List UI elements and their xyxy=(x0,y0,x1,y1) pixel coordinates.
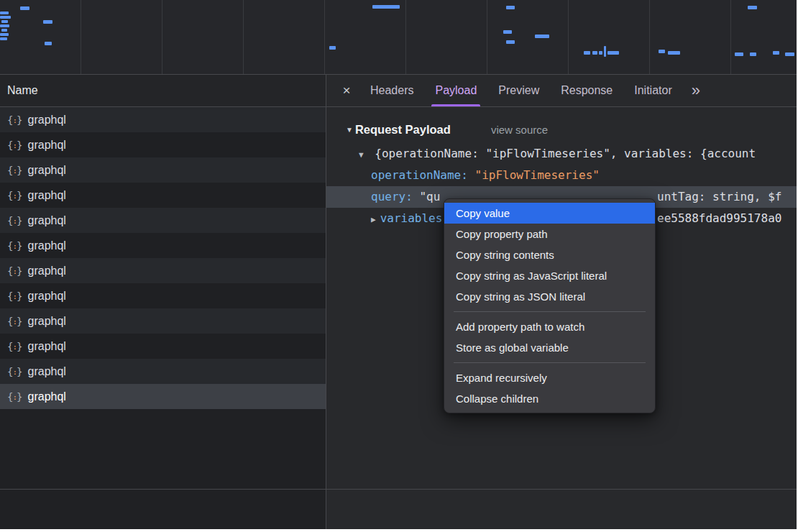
timeline-request-bar xyxy=(607,51,619,55)
tab-initiator[interactable]: Initiator xyxy=(623,75,682,106)
timeline-request-bar xyxy=(584,51,590,55)
request-name-label: graphql xyxy=(28,315,66,328)
timeline-request-bar xyxy=(0,33,9,36)
timeline-request-bar xyxy=(0,37,7,40)
detail-tabs: HeadersPayloadPreviewResponseInitiator xyxy=(359,75,683,106)
menu-separator xyxy=(454,362,646,363)
tab-headers[interactable]: Headers xyxy=(359,75,424,106)
tree-root-row[interactable]: ▼ {operationName: "ipFlowTimeseries", va… xyxy=(326,143,797,165)
json-braces-icon: {∶} xyxy=(7,240,22,252)
timeline-request-bar xyxy=(20,6,29,10)
network-request-row[interactable]: {∶}graphql xyxy=(0,334,326,359)
request-name-label: graphql xyxy=(28,365,66,378)
menu-item-copy-string-as-javascript-literal[interactable]: Copy string as JavaScript literal xyxy=(444,265,655,286)
tree-row-operation-name[interactable]: operationName: "ipFlowTimeseries" xyxy=(326,165,797,186)
name-header-label: Name xyxy=(7,84,38,97)
menu-item-collapse-children[interactable]: Collapse children xyxy=(444,388,655,409)
menu-item-copy-value[interactable]: Copy value xyxy=(444,203,655,224)
property-key: operationName: xyxy=(371,168,468,182)
devtools-window: Name {∶}graphql{∶}graphql{∶}graphql{∶}gr… xyxy=(0,0,797,529)
menu-item-copy-string-contents[interactable]: Copy string contents xyxy=(444,244,655,265)
menu-separator xyxy=(454,311,646,312)
timeline-request-bar xyxy=(43,20,52,24)
menu-item-add-property-path-to-watch[interactable]: Add property path to watch xyxy=(444,316,655,337)
menu-item-expand-recursively[interactable]: Expand recursively xyxy=(444,367,655,388)
json-braces-icon: {∶} xyxy=(7,215,22,226)
json-braces-icon: {∶} xyxy=(7,290,22,302)
json-braces-icon: {∶} xyxy=(7,190,22,201)
context-menu: Copy valueCopy property pathCopy string … xyxy=(444,198,656,413)
timeline-request-bar xyxy=(506,40,515,44)
network-request-row[interactable]: {∶}graphql xyxy=(0,384,326,409)
property-value-right: ee5588fdad995178a0 xyxy=(657,208,781,229)
timeline-request-bar xyxy=(503,30,512,34)
menu-item-copy-string-as-json-literal[interactable]: Copy string as JSON literal xyxy=(444,286,655,307)
timeline-request-bar xyxy=(506,6,515,9)
property-value: "ipFlowTimeseries" xyxy=(475,168,600,182)
network-request-row[interactable]: {∶}graphql xyxy=(0,308,326,334)
timeline-request-bar xyxy=(372,5,400,9)
section-title: Request Payload xyxy=(355,123,451,137)
name-column-header[interactable]: Name xyxy=(0,75,326,107)
menu-item-store-as-global-variable[interactable]: Store as global variable xyxy=(444,337,655,358)
network-request-row[interactable]: {∶}graphql xyxy=(0,233,326,258)
network-request-row[interactable]: {∶}graphql xyxy=(0,157,326,183)
tab-response[interactable]: Response xyxy=(550,75,623,106)
root-preview-text: {operationName: "ipFlowTimeseries", vari… xyxy=(375,147,756,160)
request-name-label: graphql xyxy=(28,390,66,403)
footer-divider xyxy=(0,489,797,490)
json-braces-icon: {∶} xyxy=(7,341,22,352)
collapsed-arrow-icon[interactable]: ▶ xyxy=(371,215,376,224)
timeline-request-bar xyxy=(735,52,743,56)
json-braces-icon: {∶} xyxy=(7,265,22,277)
request-name-label: graphql xyxy=(28,139,66,152)
json-braces-icon: {∶} xyxy=(7,114,22,126)
close-detail-icon[interactable]: × xyxy=(334,83,359,98)
network-panel-body: Name {∶}graphql{∶}graphql{∶}graphql{∶}gr… xyxy=(0,75,797,529)
request-name-label: graphql xyxy=(28,114,66,127)
expand-arrow-icon[interactable]: ▼ xyxy=(359,150,364,160)
json-braces-icon: {∶} xyxy=(7,165,22,176)
payload-section-header: ▼ Request Payload view source xyxy=(326,119,797,140)
network-request-row[interactable]: {∶}graphql xyxy=(0,107,326,132)
timeline-request-bar xyxy=(1,29,7,32)
property-value-right: untTag: string, $f xyxy=(657,186,781,208)
timeline-request-bar xyxy=(45,42,52,45)
timeline-request-bar xyxy=(535,35,549,38)
json-braces-icon: {∶} xyxy=(7,366,22,377)
tab-preview[interactable]: Preview xyxy=(487,75,550,106)
property-key: variables xyxy=(380,211,443,225)
network-request-row[interactable]: {∶}graphql xyxy=(0,132,326,157)
timeline-request-bar xyxy=(748,6,757,9)
detail-tab-strip: × HeadersPayloadPreviewResponseInitiator… xyxy=(326,75,797,107)
timeline-request-bar xyxy=(0,16,11,19)
timeline-request-bar xyxy=(773,51,779,55)
menu-item-copy-property-path[interactable]: Copy property path xyxy=(444,224,655,244)
timeline-request-bar xyxy=(592,51,597,55)
view-source-link[interactable]: view source xyxy=(491,124,548,136)
timeline-request-bar xyxy=(0,12,9,14)
request-name-label: graphql xyxy=(28,265,66,278)
property-key: query: xyxy=(371,190,413,203)
timeline-request-bar xyxy=(604,46,606,57)
network-name-column: Name {∶}graphql{∶}graphql{∶}graphql{∶}gr… xyxy=(0,75,326,529)
request-name-label: graphql xyxy=(28,189,66,202)
more-tabs-icon[interactable]: » xyxy=(683,75,709,106)
section-collapse-icon[interactable]: ▼ xyxy=(346,126,353,134)
json-braces-icon: {∶} xyxy=(7,391,22,403)
network-request-row[interactable]: {∶}graphql xyxy=(0,208,326,233)
timeline-request-bar xyxy=(785,52,794,56)
property-value-left: "qu xyxy=(419,190,440,203)
request-name-label: graphql xyxy=(28,290,66,303)
timeline-request-bar xyxy=(329,46,336,50)
network-request-row[interactable]: {∶}graphql xyxy=(0,359,326,384)
tab-payload[interactable]: Payload xyxy=(424,75,487,106)
network-overview-timeline[interactable] xyxy=(0,0,797,75)
json-braces-icon: {∶} xyxy=(7,316,22,327)
timeline-request-bar xyxy=(1,20,8,23)
timeline-request-bar xyxy=(0,24,9,27)
network-request-row[interactable]: {∶}graphql xyxy=(0,283,326,308)
network-request-row[interactable]: {∶}graphql xyxy=(0,183,326,208)
timeline-request-bar xyxy=(668,51,680,55)
network-request-row[interactable]: {∶}graphql xyxy=(0,258,326,283)
